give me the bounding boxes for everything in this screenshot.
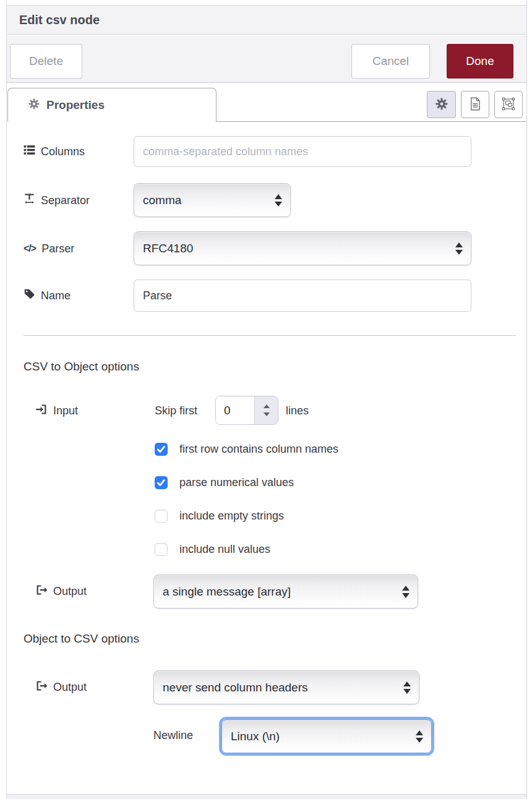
newline-select-value: Linux (\n) (231, 730, 280, 743)
separator-label: Separator (24, 192, 90, 208)
csv-output-select-value: a single message [array] (163, 585, 291, 599)
checkbox[interactable] (155, 443, 168, 456)
stepper-buttons[interactable] (254, 396, 278, 424)
document-icon (468, 97, 482, 113)
output-label: Output (35, 583, 87, 599)
tab-properties[interactable]: Properties (7, 88, 217, 122)
select-arrows-icon (455, 242, 463, 255)
tab-properties-label: Properties (46, 98, 105, 112)
checkbox[interactable] (155, 543, 168, 556)
csv-to-object-heading: CSV to Object options (24, 360, 139, 374)
separator-select[interactable]: comma (134, 183, 291, 217)
sign-out-icon (35, 584, 48, 599)
object-output-select-value: never send column headers (163, 681, 307, 694)
select-arrows-icon (416, 730, 423, 743)
skip-lines-input[interactable] (216, 396, 254, 424)
name-label: Name (24, 288, 71, 304)
lines-label: lines (286, 403, 309, 419)
tray-right-border (526, 0, 527, 799)
section-divider (24, 335, 516, 336)
sign-in-icon (35, 403, 48, 419)
parser-select[interactable]: RFC4180 (134, 231, 471, 265)
newline-select[interactable]: Linux (\n) (221, 719, 432, 753)
dialog-header: Edit csv node (7, 5, 526, 35)
delete-button[interactable]: Delete (10, 44, 82, 79)
object-output-select[interactable]: never send column headers (153, 670, 419, 704)
checkbox[interactable] (155, 510, 168, 523)
dialog-toolbar: Delete Cancel Done (7, 35, 526, 83)
parser-label: </> Parser (24, 241, 74, 257)
columns-label: Columns (24, 143, 85, 160)
gear-icon (28, 98, 40, 113)
checkbox[interactable] (155, 476, 168, 489)
sign-out-icon (35, 680, 48, 695)
stepper-down-icon[interactable] (264, 412, 270, 416)
checkbox-label: include null values (179, 543, 270, 556)
skip-first-label: Skip first (155, 403, 197, 419)
done-button[interactable]: Done (447, 44, 513, 79)
object-to-csv-heading: Object to CSV options (24, 632, 139, 646)
tag-icon (24, 288, 35, 303)
edit-description-button[interactable] (461, 91, 489, 118)
checkbox-row-include-null[interactable]: include null values (155, 541, 270, 557)
page-title: Edit csv node (19, 13, 100, 27)
code-icon: </> (24, 243, 36, 254)
checkbox-label: first row contains column names (179, 443, 338, 456)
text-width-icon (24, 193, 35, 208)
separator-select-value: comma (143, 194, 181, 207)
tray-footer (7, 794, 526, 799)
checkbox-label: include empty strings (179, 510, 284, 523)
edit-appearance-button[interactable] (494, 91, 523, 118)
name-input[interactable] (134, 280, 471, 312)
checkbox-label: parse numerical values (179, 476, 294, 489)
input-label: Input (35, 403, 78, 419)
select-arrows-icon (403, 682, 411, 694)
checkbox-row-first-row-names[interactable]: first row contains column names (155, 441, 338, 457)
select-arrows-icon (402, 586, 410, 598)
edit-csv-node-dialog: Edit csv node Delete Cancel Done Propert… (0, 0, 532, 799)
newline-label: Newline (153, 727, 193, 743)
tray-left-border (6, 0, 7, 799)
tabbar-bottom-border (217, 121, 526, 122)
stepper-up-icon[interactable] (264, 404, 270, 408)
selection-frame-icon (502, 97, 515, 113)
checkbox-row-include-empty[interactable]: include empty strings (155, 508, 284, 524)
output-label: Output (35, 679, 87, 695)
checkbox-row-parse-numerical[interactable]: parse numerical values (155, 474, 294, 490)
edit-properties-button[interactable] (427, 91, 456, 118)
select-arrows-icon (275, 194, 282, 207)
csv-output-select[interactable]: a single message [array] (153, 575, 418, 609)
skip-lines-stepper[interactable] (215, 396, 278, 425)
gear-icon (435, 97, 448, 113)
columns-input[interactable] (134, 136, 471, 167)
cancel-button[interactable]: Cancel (351, 44, 430, 79)
parser-select-value: RFC4180 (143, 242, 193, 255)
list-icon (24, 144, 35, 159)
